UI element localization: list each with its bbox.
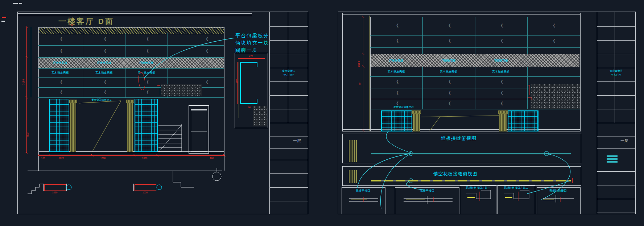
- wall-face-lines: [421, 116, 499, 131]
- joint-mini-dims: [364, 192, 560, 202]
- mark: [2, 17, 6, 18]
- plan-circle: [212, 172, 221, 181]
- leader-curve: [144, 38, 234, 78]
- plan-end-circle: [157, 185, 162, 190]
- plan-end-circle: [66, 185, 71, 190]
- wall-face-lines: [79, 101, 121, 151]
- stairs: [157, 124, 182, 151]
- leader-curves: [357, 131, 570, 209]
- plan-steps: [28, 184, 44, 194]
- left-sheet: 一楼客厅 D面 浮雕雕花板 浮雕雕花板 浮雕雕花板 实木贴皮夹板 实木贴皮夹板 …: [17, 12, 308, 214]
- left-overlay: [18, 12, 308, 214]
- speckle-dim-marks: [527, 85, 531, 100]
- right-sheet: 浮雕雕花板 浮雕雕花板 浮雕雕花板 实木贴皮夹板 实木贴皮夹板 实木贴皮夹板 《…: [338, 12, 636, 214]
- cad-canvas[interactable]: 一楼客厅 D面 浮雕雕花板 浮雕雕花板 浮雕雕花板 实木贴皮夹板 实木贴皮夹板 …: [0, 0, 644, 226]
- plan-step-line: [173, 171, 194, 187]
- mark: [19, 3, 22, 4]
- joint-mini-drawings: [349, 190, 574, 204]
- right-overlay: [338, 12, 635, 214]
- mark: [13, 3, 18, 4]
- mark: [1, 21, 5, 22]
